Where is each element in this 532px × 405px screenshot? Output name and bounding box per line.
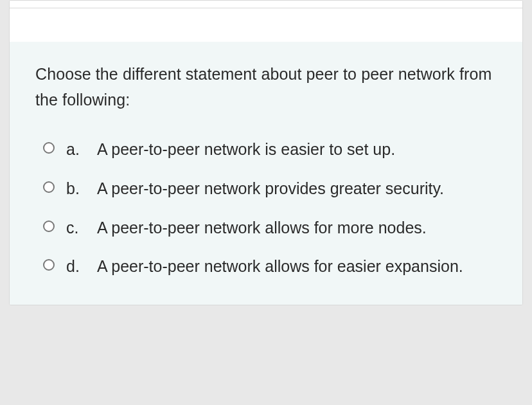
option-b[interactable]: b. A peer-to-peer network provides great… bbox=[35, 176, 497, 201]
option-text: A peer-to-peer network allows for easier… bbox=[97, 254, 463, 279]
option-letter: c. bbox=[66, 215, 85, 240]
question-section: Choose the different statement about pee… bbox=[10, 42, 522, 305]
option-text: A peer-to-peer network provides greater … bbox=[97, 176, 444, 201]
options-list: a. A peer-to-peer network is easier to s… bbox=[35, 137, 497, 279]
card-top-bar bbox=[10, 1, 522, 8]
option-text: A peer-to-peer network allows for more n… bbox=[97, 215, 427, 240]
radio-icon[interactable] bbox=[43, 221, 55, 232]
option-c[interactable]: c. A peer-to-peer network allows for mor… bbox=[35, 215, 497, 240]
radio-icon[interactable] bbox=[43, 142, 55, 154]
radio-icon[interactable] bbox=[43, 181, 55, 193]
radio-icon[interactable] bbox=[43, 259, 55, 271]
option-d[interactable]: d. A peer-to-peer network allows for eas… bbox=[35, 254, 497, 279]
option-letter: a. bbox=[66, 137, 85, 162]
option-text: A peer-to-peer network is easier to set … bbox=[97, 137, 395, 162]
card-header-spacer bbox=[10, 8, 522, 42]
option-letter: b. bbox=[66, 176, 85, 201]
question-prompt: Choose the different statement about pee… bbox=[35, 61, 497, 113]
question-card: Choose the different statement about pee… bbox=[9, 0, 523, 305]
option-letter: d. bbox=[66, 254, 85, 279]
option-a[interactable]: a. A peer-to-peer network is easier to s… bbox=[35, 137, 497, 162]
